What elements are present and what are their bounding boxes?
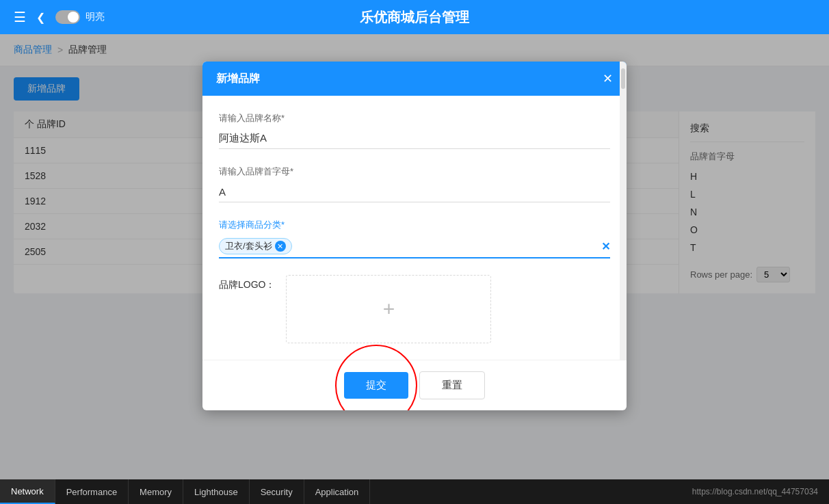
brand-name-label: 请输入品牌名称* [219, 112, 610, 124]
brand-letter-input[interactable] [219, 182, 610, 202]
category-tag-text: 卫衣/套头衫 [225, 240, 272, 252]
modal-footer: 提交 重置 [202, 360, 627, 410]
dev-tab-network[interactable]: Network [0, 479, 55, 504]
submit-button[interactable]: 提交 [344, 372, 408, 399]
dev-url: https://blog.csdn.net/qq_44757034 [681, 487, 829, 496]
category-label: 请选择商品分类* [219, 219, 610, 231]
header: ☰ ❮ 明亮 乐优商城后台管理 [0, 0, 829, 34]
brand-name-input[interactable] [219, 129, 610, 149]
logo-label: 品牌LOGO： [219, 275, 275, 291]
modal-header: 新增品牌 ✕ [202, 62, 627, 96]
brand-letter-field: 请输入品牌首字母* [219, 165, 610, 202]
dev-tabs: NetworkPerformanceMemoryLighthouseSecuri… [0, 479, 370, 504]
dev-tab-performance[interactable]: Performance [55, 479, 129, 504]
dev-tab-security[interactable]: Security [250, 479, 304, 504]
back-icon[interactable]: ❮ [36, 11, 45, 24]
category-select[interactable]: 卫衣/套头衫 ✕ ✕ [219, 235, 610, 258]
submit-wrapper: 提交 [344, 372, 408, 399]
logo-field: 品牌LOGO： + [219, 275, 610, 343]
modal-body: 请输入品牌名称* 请输入品牌首字母* 请选择商品分类* [202, 96, 627, 360]
brand-letter-label: 请输入品牌首字母* [219, 165, 610, 178]
dev-tab-lighthouse[interactable]: Lighthouse [183, 479, 250, 504]
toggle-knob [68, 12, 79, 23]
theme-toggle[interactable]: 明亮 [55, 10, 105, 24]
main-area: 商品管理 > 品牌管理 新增品牌 个 品牌ID 品牌首字母 11 [0, 34, 829, 479]
content: 商品管理 > 品牌管理 新增品牌 个 品牌ID 品牌首字母 11 [0, 34, 829, 479]
reset-button[interactable]: 重置 [419, 371, 485, 399]
dev-toolbar: NetworkPerformanceMemoryLighthouseSecuri… [0, 479, 829, 504]
category-field: 请选择商品分类* 卫衣/套头衫 ✕ ✕ [219, 219, 610, 258]
modal-close-button[interactable]: ✕ [603, 71, 613, 86]
modal-scrollbar[interactable] [620, 62, 627, 360]
menu-icon[interactable]: ☰ [14, 9, 26, 25]
tag-remove-button[interactable]: ✕ [275, 241, 286, 252]
modal-overlay: 新增品牌 ✕ 请输入品牌名称* 请输入品牌首字母* [0, 34, 829, 479]
toggle-switch[interactable] [55, 10, 80, 24]
category-tag: 卫衣/套头衫 ✕ [219, 238, 292, 254]
dev-tab-memory[interactable]: Memory [129, 479, 183, 504]
logo-upload-area[interactable]: + [286, 275, 491, 343]
header-title: 乐优商城后台管理 [360, 8, 469, 27]
theme-label: 明亮 [85, 11, 105, 23]
category-clear-button[interactable]: ✕ [601, 240, 610, 253]
modal-dialog: 新增品牌 ✕ 请输入品牌名称* 请输入品牌首字母* [202, 62, 627, 410]
scrollbar-thumb [621, 68, 625, 89]
dev-tab-application[interactable]: Application [304, 479, 371, 504]
modal-title: 新增品牌 [216, 72, 260, 86]
logo-plus-icon: + [383, 297, 395, 321]
brand-name-field: 请输入品牌名称* [219, 112, 610, 149]
